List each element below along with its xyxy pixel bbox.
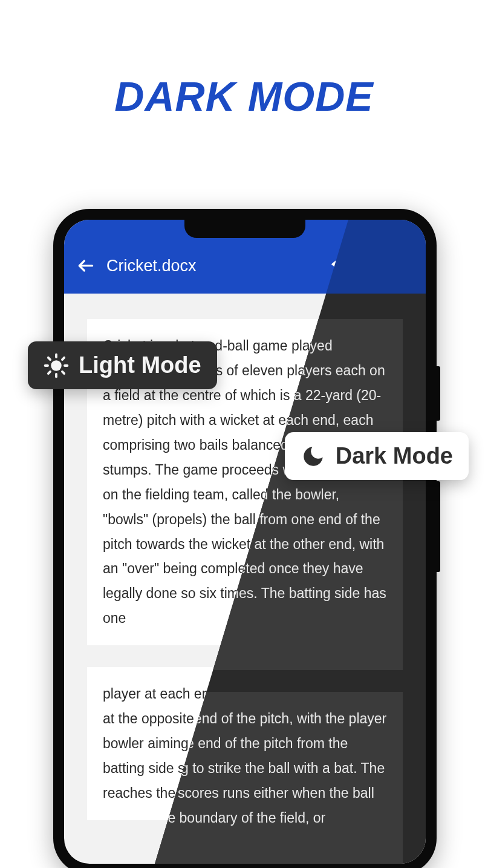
light-mode-badge: Light Mode (28, 341, 217, 389)
light-mode-label: Light Mode (79, 352, 201, 378)
redo-icon (363, 257, 381, 275)
svg-point-6 (51, 360, 62, 371)
promo-heading: DARK MODE (0, 73, 488, 120)
moon-icon (301, 444, 326, 469)
phone-side-button-2 (437, 481, 440, 572)
phone-frame: Cricket.docx (53, 209, 437, 868)
arrow-left-icon (76, 256, 96, 275)
dark-mode-label: Dark Mode (336, 443, 453, 469)
back-button[interactable] (75, 255, 97, 277)
svg-line-14 (62, 357, 64, 359)
svg-line-12 (62, 371, 64, 373)
phone-screen: Cricket.docx (64, 220, 426, 864)
more-button[interactable] (397, 257, 415, 275)
dark-mode-badge: Dark Mode (285, 432, 469, 480)
more-icon (404, 257, 408, 274)
sun-icon (44, 353, 69, 378)
redo-button[interactable] (363, 257, 381, 275)
phone-side-button (437, 366, 440, 421)
undo-button[interactable] (329, 257, 347, 275)
document-page[interactable]: player at each end of the pitch, with th… (87, 667, 403, 820)
header-toolbar (329, 257, 415, 275)
file-title: Cricket.docx (106, 257, 319, 275)
svg-line-11 (48, 357, 50, 359)
svg-line-13 (48, 371, 50, 373)
phone-notch (184, 220, 305, 238)
undo-icon (329, 257, 347, 275)
